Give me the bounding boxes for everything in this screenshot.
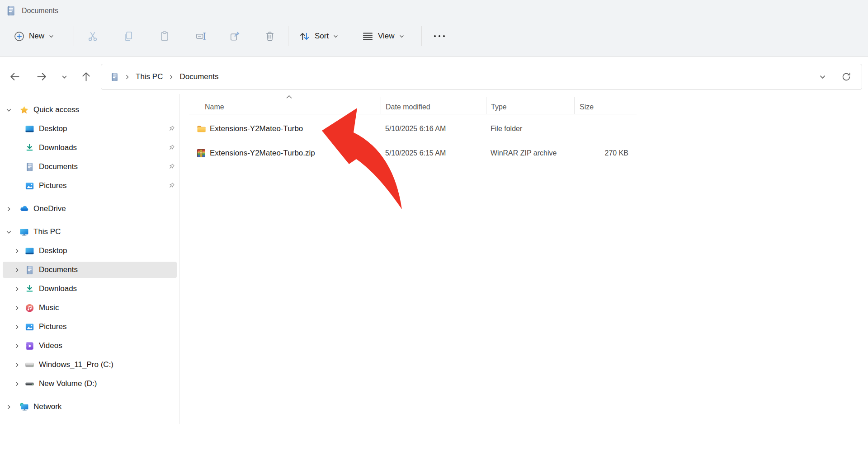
chevron-collapsed-icon[interactable]: [14, 381, 20, 387]
file-type: WinRAR ZIP archive: [491, 144, 557, 162]
address-bar[interactable]: This PC Documents: [101, 64, 862, 90]
desktop-icon: [25, 124, 34, 134]
sidebar-item-downloads-pc[interactable]: Downloads: [3, 279, 177, 298]
column-separator[interactable]: [486, 97, 486, 114]
sidebar-item-label: Windows_11_Pro (C:): [39, 360, 113, 369]
chevron-collapsed-icon[interactable]: [14, 267, 20, 273]
pin-icon: [168, 163, 175, 170]
pin-icon: [168, 144, 175, 151]
forward-button[interactable]: [36, 71, 48, 83]
view-button[interactable]: View: [362, 25, 405, 47]
delete-button[interactable]: [264, 25, 276, 47]
sidebar-item-label: OneDrive: [33, 204, 66, 213]
window-title: Documents: [22, 7, 58, 15]
music-icon: [25, 303, 34, 313]
rename-icon: [195, 30, 207, 42]
file-date-modified: 5/10/2025 6:16 AM: [385, 120, 446, 138]
chevron-collapsed-icon[interactable]: [14, 286, 20, 292]
copy-button[interactable]: [123, 25, 134, 47]
sidebar-item-videos[interactable]: Videos: [3, 336, 177, 355]
share-icon: [229, 30, 241, 42]
chevron-collapsed-icon[interactable]: [14, 343, 20, 349]
chevron-collapsed-icon[interactable]: [14, 324, 20, 330]
up-button[interactable]: [80, 71, 92, 83]
paste-button[interactable]: [159, 25, 170, 47]
chevron-collapsed-icon[interactable]: [5, 206, 12, 212]
hard-drive-icon: [25, 360, 34, 370]
plus-circle-icon: [14, 31, 25, 42]
sidebar-item-documents-pc-selected[interactable]: Documents: [3, 260, 177, 279]
sidebar-item-quick-access[interactable]: Quick access: [3, 100, 177, 119]
documents-icon: [25, 265, 34, 275]
file-row-zip[interactable]: Extensions-Y2Mateo-Turbo.zip 5/10/2025 6…: [180, 144, 637, 162]
refresh-icon[interactable]: [841, 71, 852, 82]
videos-icon: [25, 341, 34, 351]
sidebar-item-label: Network: [33, 402, 61, 411]
file-row-folder[interactable]: Extensions-Y2Mateo-Turbo 5/10/2025 6:16 …: [180, 120, 637, 138]
toolbar-divider: [74, 26, 74, 46]
chevron-collapsed-icon[interactable]: [14, 362, 20, 368]
sidebar-item-drive-c[interactable]: Windows_11_Pro (C:): [3, 355, 177, 374]
address-document-icon: [110, 71, 119, 83]
sidebar-item-label: Pictures: [39, 181, 66, 190]
chevron-expanded-icon[interactable]: [5, 107, 12, 113]
star-icon: [19, 105, 29, 115]
sidebar-item-label: This PC: [33, 227, 61, 236]
sidebar-item-network[interactable]: Network: [3, 397, 177, 416]
sidebar-item-label: Documents: [39, 265, 78, 274]
pictures-icon: [25, 181, 34, 191]
sidebar-item-desktop-qa[interactable]: Desktop: [3, 119, 177, 138]
chevron-collapsed-icon[interactable]: [14, 248, 20, 254]
toolbar-divider: [288, 26, 288, 46]
column-header-type[interactable]: Type: [491, 100, 507, 114]
sidebar-item-downloads-qa[interactable]: Downloads: [3, 138, 177, 157]
chevron-expanded-icon[interactable]: [5, 229, 12, 235]
column-separator[interactable]: [381, 97, 381, 114]
breadcrumb-documents[interactable]: Documents: [179, 72, 218, 81]
sidebar-item-onedrive[interactable]: OneDrive: [3, 199, 177, 218]
sidebar-item-pictures-pc[interactable]: Pictures: [3, 317, 177, 336]
sort-button[interactable]: Sort: [298, 25, 339, 47]
pictures-icon: [25, 322, 34, 332]
ellipsis-icon: [432, 30, 447, 42]
winrar-zip-icon: [196, 148, 206, 158]
recent-locations-chevron-icon[interactable]: [61, 74, 68, 80]
sidebar-item-label: Downloads: [39, 143, 77, 152]
breadcrumb-chevron-icon: [169, 74, 174, 80]
downloads-icon: [25, 143, 34, 153]
column-separator[interactable]: [634, 97, 634, 114]
new-button[interactable]: New: [14, 25, 54, 47]
sidebar-item-drive-d[interactable]: New Volume (D:): [3, 374, 177, 393]
chevron-collapsed-icon[interactable]: [14, 305, 20, 311]
cut-button[interactable]: [87, 25, 99, 47]
header-underline: [189, 114, 637, 114]
sidebar-item-label: Desktop: [39, 246, 67, 255]
rename-button[interactable]: [195, 25, 207, 47]
navigation-pane: Quick access Desktop: [0, 94, 180, 424]
column-header-size[interactable]: Size: [580, 100, 594, 114]
sidebar-item-documents-qa[interactable]: Documents: [3, 157, 177, 176]
see-more-button[interactable]: [432, 25, 447, 47]
network-icon: [19, 402, 29, 412]
sidebar-item-music[interactable]: Music: [3, 298, 177, 317]
desktop-icon: [25, 246, 34, 256]
sidebar-item-label: Pictures: [39, 322, 66, 331]
file-name: Extensions-Y2Mateo-Turbo: [210, 120, 303, 138]
chevron-collapsed-icon[interactable]: [5, 404, 12, 410]
breadcrumb-this-pc[interactable]: This PC: [136, 72, 163, 81]
back-button[interactable]: [9, 71, 21, 83]
titlebar: Documents: [5, 4, 58, 18]
sidebar-item-this-pc[interactable]: This PC: [3, 222, 177, 241]
onedrive-cloud-icon: [19, 204, 29, 214]
file-list-pane: Name Date modified Type Size Extensions-…: [180, 94, 868, 461]
address-dropdown-chevron-icon[interactable]: [819, 73, 826, 81]
column-separator[interactable]: [574, 97, 575, 114]
sidebar-item-desktop-pc[interactable]: Desktop: [3, 241, 177, 260]
column-header-name[interactable]: Name: [205, 100, 224, 114]
column-header-date-modified[interactable]: Date modified: [386, 100, 430, 114]
sidebar-item-label: Quick access: [33, 105, 79, 114]
window-document-icon: [5, 5, 16, 17]
chevron-down-icon: [399, 33, 405, 39]
share-button[interactable]: [229, 25, 241, 47]
sidebar-item-pictures-qa[interactable]: Pictures: [3, 176, 177, 195]
